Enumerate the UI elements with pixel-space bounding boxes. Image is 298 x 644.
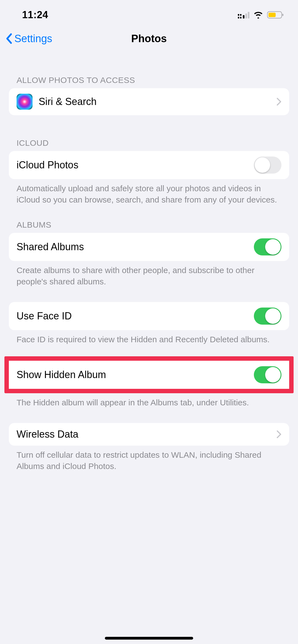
- group-icloud: iCloud Photos: [9, 151, 289, 179]
- section-header-icloud: ICLOUD: [0, 138, 298, 151]
- svg-rect-9: [282, 14, 283, 16]
- svg-rect-2: [238, 14, 239, 16]
- svg-rect-0: [238, 17, 239, 18]
- chevron-left-icon: [6, 33, 13, 44]
- battery-icon: [267, 11, 284, 19]
- svg-rect-8: [268, 13, 276, 17]
- svg-rect-6: [248, 12, 249, 18]
- svg-rect-4: [243, 15, 244, 18]
- section-footer-shared: Create albums to share with other people…: [0, 261, 298, 287]
- group-wireless-data: Wireless Data: [9, 423, 289, 446]
- wifi-icon: [253, 11, 263, 18]
- back-button[interactable]: Settings: [6, 33, 52, 45]
- show-hidden-label: Show Hidden Album: [17, 369, 248, 381]
- cellular-icon: [238, 11, 249, 18]
- chevron-right-icon: [276, 430, 281, 438]
- home-indicator[interactable]: [105, 637, 193, 640]
- back-label: Settings: [14, 33, 52, 45]
- svg-rect-5: [245, 14, 247, 18]
- row-show-hidden-album[interactable]: Show Hidden Album: [9, 361, 289, 389]
- row-wireless-data[interactable]: Wireless Data: [9, 423, 289, 446]
- group-access: Siri & Search: [9, 88, 289, 115]
- status-icons: [238, 11, 284, 19]
- shared-albums-label: Shared Albums: [17, 241, 248, 253]
- section-header-access: ALLOW PHOTOS TO ACCESS: [0, 76, 298, 88]
- section-header-albums: ALBUMS: [0, 220, 298, 233]
- nav-bar: Settings Photos: [0, 25, 298, 52]
- status-bar: 11:24: [0, 0, 298, 25]
- highlight-show-hidden: Show Hidden Album: [4, 356, 294, 393]
- row-icloud-photos[interactable]: iCloud Photos: [9, 151, 289, 179]
- chevron-right-icon: [276, 98, 281, 106]
- siri-icon: [17, 94, 33, 110]
- row-use-faceid[interactable]: Use Face ID: [9, 302, 289, 330]
- section-footer-faceid: Face ID is required to view the Hidden a…: [0, 330, 298, 345]
- wireless-data-label: Wireless Data: [17, 429, 270, 440]
- page-title: Photos: [131, 33, 167, 45]
- svg-rect-1: [240, 17, 241, 18]
- shared-albums-toggle[interactable]: [254, 238, 281, 255]
- icloud-photos-label: iCloud Photos: [17, 159, 248, 171]
- row-shared-albums[interactable]: Shared Albums: [9, 233, 289, 261]
- siri-search-label: Siri & Search: [39, 96, 270, 107]
- use-faceid-label: Use Face ID: [17, 310, 248, 322]
- show-hidden-toggle[interactable]: [254, 366, 281, 383]
- group-use-faceid: Use Face ID: [9, 302, 289, 330]
- use-faceid-toggle[interactable]: [254, 308, 281, 325]
- svg-rect-3: [240, 14, 241, 16]
- group-shared-albums: Shared Albums: [9, 233, 289, 261]
- section-footer-wireless: Turn off cellular data to restrict updat…: [0, 446, 298, 472]
- icloud-photos-toggle[interactable]: [254, 157, 281, 174]
- row-siri-search[interactable]: Siri & Search: [9, 88, 289, 115]
- status-time: 11:24: [22, 9, 48, 21]
- section-footer-hidden: The Hidden album will appear in the Albu…: [0, 393, 298, 408]
- section-footer-icloud: Automatically upload and safely store al…: [0, 179, 298, 205]
